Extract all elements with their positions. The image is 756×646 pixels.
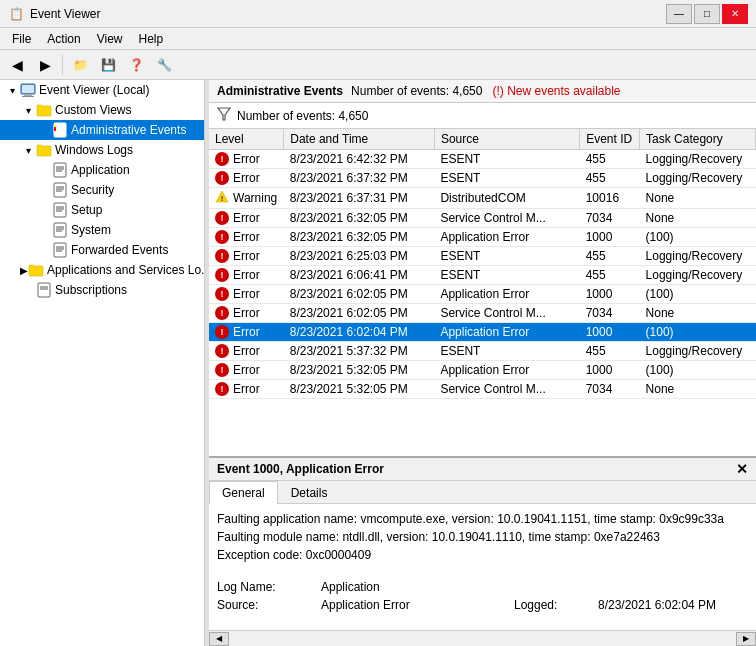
minimize-button[interactable]: — bbox=[666, 4, 692, 24]
menu-view[interactable]: View bbox=[89, 30, 131, 48]
menu-file[interactable]: File bbox=[4, 30, 39, 48]
col-header-datetime[interactable]: Date and Time bbox=[284, 129, 435, 150]
properties-button[interactable]: 🔧 bbox=[151, 53, 177, 77]
table-row[interactable]: !Error8/23/2021 6:37:32 PMESENT455Loggin… bbox=[209, 169, 756, 188]
cell-taskcategory: None bbox=[640, 304, 756, 323]
col-header-source[interactable]: Source bbox=[434, 129, 579, 150]
cell-datetime: 8/23/2021 6:06:41 PM bbox=[284, 266, 435, 285]
cell-source: ESENT bbox=[434, 342, 579, 361]
level-text: Error bbox=[233, 171, 260, 185]
cell-source: Application Error bbox=[434, 323, 579, 342]
col-header-level[interactable]: Level bbox=[209, 129, 284, 150]
maximize-button[interactable]: □ bbox=[694, 4, 720, 24]
tree-item-application[interactable]: Application bbox=[0, 160, 204, 180]
tree-item-forwarded-events[interactable]: Forwarded Events bbox=[0, 240, 204, 260]
table-row[interactable]: !Error8/23/2021 6:06:41 PMESENT455Loggin… bbox=[209, 266, 756, 285]
level-text: Warning bbox=[233, 191, 277, 205]
menu-help[interactable]: Help bbox=[131, 30, 172, 48]
title-bar: 📋 Event Viewer — □ ✕ bbox=[0, 0, 756, 28]
tree-item-system[interactable]: System bbox=[0, 220, 204, 240]
cell-datetime: 8/23/2021 6:42:32 PM bbox=[284, 150, 435, 169]
cell-level: !Error bbox=[209, 247, 284, 266]
tree-item-setup[interactable]: Setup bbox=[0, 200, 204, 220]
tree-label-subscriptions: Subscriptions bbox=[55, 283, 127, 297]
subscriptions-icon bbox=[36, 282, 52, 298]
detail-close-button[interactable]: ✕ bbox=[736, 462, 748, 476]
cell-level: !Error bbox=[209, 228, 284, 247]
open-button[interactable]: 📁 bbox=[67, 53, 93, 77]
source-label: Source: bbox=[217, 598, 317, 612]
tree-item-security[interactable]: Security bbox=[0, 180, 204, 200]
table-row[interactable]: !Error8/23/2021 5:32:05 PMService Contro… bbox=[209, 380, 756, 399]
level-text: Error bbox=[233, 230, 260, 244]
events-table-container[interactable]: Level Date and Time Source Event ID Task… bbox=[209, 129, 756, 456]
save-button[interactable]: 💾 bbox=[95, 53, 121, 77]
back-button[interactable]: ◀ bbox=[4, 53, 30, 77]
scroll-right-btn[interactable]: ▶ bbox=[736, 632, 756, 646]
menu-bar: File Action View Help bbox=[0, 28, 756, 50]
tree-item-custom-views[interactable]: ▾ Custom Views bbox=[0, 100, 204, 120]
expand-icon: ▾ bbox=[4, 85, 20, 96]
table-row[interactable]: !Error8/23/2021 6:02:05 PMService Contro… bbox=[209, 304, 756, 323]
cell-datetime: 8/23/2021 5:32:05 PM bbox=[284, 361, 435, 380]
tree-label-setup: Setup bbox=[71, 203, 102, 217]
table-row[interactable]: !Error8/23/2021 5:32:05 PMApplication Er… bbox=[209, 361, 756, 380]
cell-datetime: 8/23/2021 6:25:03 PM bbox=[284, 247, 435, 266]
help-button[interactable]: ❓ bbox=[123, 53, 149, 77]
table-row[interactable]: !Warning8/23/2021 6:37:31 PMDistributedC… bbox=[209, 188, 756, 209]
window-controls: — □ ✕ bbox=[666, 4, 748, 24]
table-row[interactable]: !Error8/23/2021 6:32:05 PMApplication Er… bbox=[209, 228, 756, 247]
table-row[interactable]: !Error8/23/2021 6:02:04 PMApplication Er… bbox=[209, 323, 756, 342]
cell-datetime: 8/23/2021 5:32:05 PM bbox=[284, 380, 435, 399]
table-row[interactable]: !Error8/23/2021 6:02:05 PMApplication Er… bbox=[209, 285, 756, 304]
table-row[interactable]: !Error8/23/2021 6:42:32 PMESENT455Loggin… bbox=[209, 150, 756, 169]
tree-item-administrative-events[interactable]: Administrative Events bbox=[0, 120, 204, 140]
cell-level: !Error bbox=[209, 361, 284, 380]
cell-eventid: 455 bbox=[580, 266, 640, 285]
level-text: Error bbox=[233, 152, 260, 166]
col-header-eventid[interactable]: Event ID bbox=[580, 129, 640, 150]
detail-header: Event 1000, Application Error ✕ bbox=[209, 458, 756, 481]
tree-item-subscriptions[interactable]: Subscriptions bbox=[0, 280, 204, 300]
svg-rect-15 bbox=[54, 183, 66, 197]
tab-general[interactable]: General bbox=[209, 481, 278, 504]
tree-item-applications-services[interactable]: ▶ Applications and Services Lo... bbox=[0, 260, 204, 280]
tree-label-application: Application bbox=[71, 163, 130, 177]
close-button[interactable]: ✕ bbox=[722, 4, 748, 24]
svg-rect-19 bbox=[54, 203, 66, 217]
level-text: Error bbox=[233, 363, 260, 377]
scroll-left-btn[interactable]: ◀ bbox=[209, 632, 229, 646]
right-panel: Administrative Events Number of events: … bbox=[209, 80, 756, 646]
cell-level: !Error bbox=[209, 150, 284, 169]
table-row[interactable]: !Error8/23/2021 6:25:03 PMESENT455Loggin… bbox=[209, 247, 756, 266]
error-icon: ! bbox=[215, 152, 229, 166]
tab-details[interactable]: Details bbox=[278, 481, 341, 504]
detail-fields: Log Name: Application Source: Applicatio… bbox=[217, 580, 748, 612]
error-icon: ! bbox=[215, 306, 229, 320]
tree-item-windows-logs[interactable]: ▾ Windows Logs bbox=[0, 140, 204, 160]
svg-rect-23 bbox=[54, 223, 66, 237]
cell-source: ESENT bbox=[434, 266, 579, 285]
table-row[interactable]: !Error8/23/2021 6:32:05 PMService Contro… bbox=[209, 209, 756, 228]
cell-taskcategory: None bbox=[640, 188, 756, 209]
cell-eventid: 455 bbox=[580, 150, 640, 169]
logged-value: 8/23/2021 6:02:04 PM bbox=[598, 598, 748, 612]
col-header-taskcategory[interactable]: Task Category bbox=[640, 129, 756, 150]
menu-action[interactable]: Action bbox=[39, 30, 88, 48]
computer-icon bbox=[20, 82, 36, 98]
warning-icon: ! bbox=[215, 190, 229, 206]
svg-marker-34 bbox=[218, 108, 230, 120]
cell-source: ESENT bbox=[434, 169, 579, 188]
logged-label: Logged: bbox=[514, 598, 594, 612]
tree-item-event-viewer[interactable]: ▾ Event Viewer (Local) bbox=[0, 80, 204, 100]
cell-source: DistributedCOM bbox=[434, 188, 579, 209]
detail-scrollbar-h[interactable]: ◀ ▶ bbox=[209, 630, 756, 646]
cell-level: !Error bbox=[209, 304, 284, 323]
app-icon: 📋 bbox=[8, 6, 24, 22]
cell-eventid: 1000 bbox=[580, 228, 640, 247]
table-row[interactable]: !Error8/23/2021 5:37:32 PMESENT455Loggin… bbox=[209, 342, 756, 361]
folder-icon bbox=[36, 102, 52, 118]
level-text: Error bbox=[233, 306, 260, 320]
forward-button[interactable]: ▶ bbox=[32, 53, 58, 77]
cell-taskcategory: (100) bbox=[640, 228, 756, 247]
